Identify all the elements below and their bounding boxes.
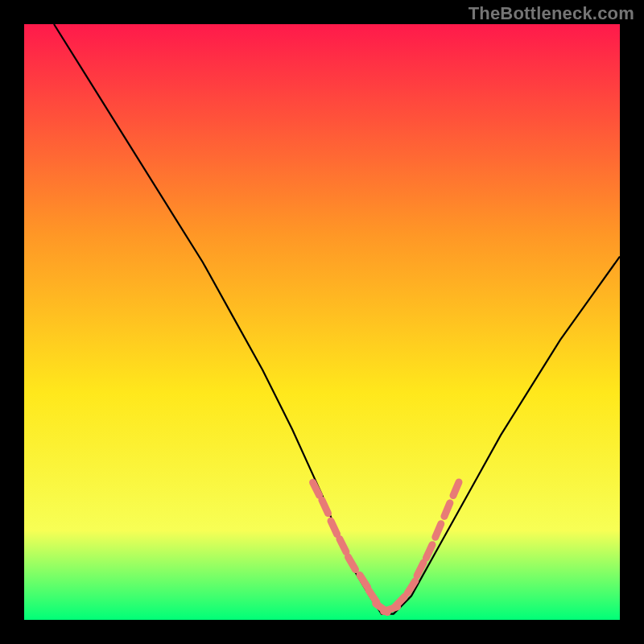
chart-frame: { "watermark": "TheBottleneck.com", "col… <box>0 0 644 644</box>
plot-background <box>24 24 620 620</box>
bottleneck-chart <box>0 0 644 644</box>
